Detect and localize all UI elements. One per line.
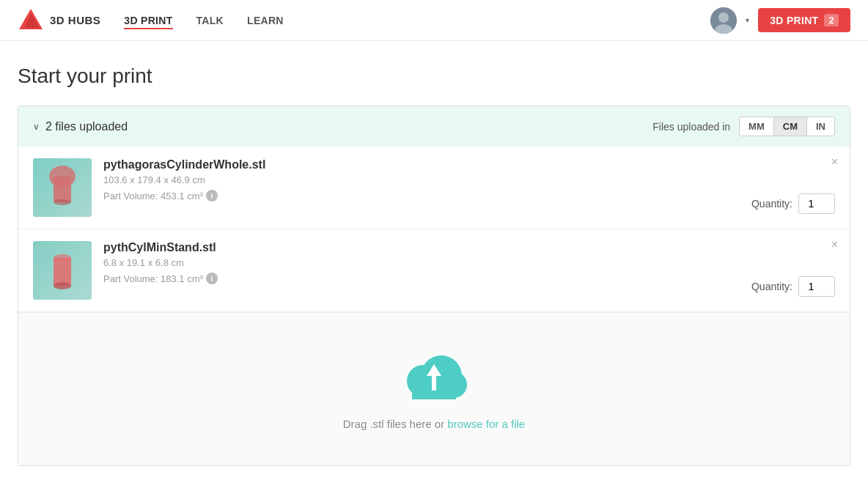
file-info-1: pythagorasCylinderWhole.stl 103.6 x 179.… <box>103 158 835 202</box>
quantity-label-1: Quantity: <box>751 198 792 210</box>
nav-item-talk[interactable]: TALK <box>196 12 224 29</box>
remove-file-2-button[interactable]: × <box>831 238 838 251</box>
svg-point-7 <box>54 199 71 205</box>
units-area: Files uploaded in MM CM IN <box>652 117 835 136</box>
logo-icon <box>18 7 44 34</box>
nav-item-learn[interactable]: LEARN <box>247 12 284 29</box>
file-info-2: pythCylMinStand.stl 6.8 x 19.1 x 6.8 cm … <box>103 241 835 284</box>
remove-file-1-button[interactable]: × <box>831 155 838 169</box>
logo-area[interactable]: 3D HUBS <box>18 7 100 34</box>
quantity-label-2: Quantity: <box>751 281 792 292</box>
quantity-area-2: Quantity: <box>751 276 835 297</box>
main-content: Start your print ∨ 2 files uploaded File… <box>0 41 868 489</box>
upload-text: Drag .stl files here or browse for a fil… <box>343 418 525 430</box>
header-right: ▾ 3D PRINT 2 <box>710 7 850 34</box>
volume-info-icon-1[interactable]: i <box>206 190 218 202</box>
main-nav: 3D PRINT TALK LEARN <box>124 12 710 29</box>
svg-rect-6 <box>54 177 71 202</box>
unit-in-button[interactable]: IN <box>807 117 834 136</box>
page-title: Start your print <box>18 64 850 88</box>
avatar[interactable] <box>710 7 737 34</box>
quantity-input-1[interactable] <box>798 193 835 214</box>
file-thumbnail-2 <box>33 241 92 300</box>
files-count: ∨ 2 files uploaded <box>33 120 128 133</box>
file-list: pythagorasCylinderWhole.stl 103.6 x 179.… <box>18 147 850 312</box>
file-volume-1: Part Volume: 453.1 cm³ i <box>103 190 835 202</box>
print-badge: 2 <box>824 14 839 26</box>
3d-print-button[interactable]: 3D PRINT 2 <box>758 8 850 32</box>
file-volume-2: Part Volume: 183.1 cm³ i <box>103 273 835 284</box>
file-dims-2: 6.8 x 19.1 x 6.8 cm <box>103 257 835 268</box>
avatar-image <box>710 7 737 34</box>
header: 3D HUBS 3D PRINT TALK LEARN ▾ 3D PRINT 2 <box>0 0 868 41</box>
file-item-2: pythCylMinStand.stl 6.8 x 19.1 x 6.8 cm … <box>18 229 850 312</box>
svg-rect-9 <box>54 258 71 286</box>
quantity-area-1: Quantity: <box>751 193 835 214</box>
units-label: Files uploaded in <box>652 121 730 133</box>
volume-info-icon-2[interactable]: i <box>206 273 218 284</box>
upload-icon <box>401 348 467 406</box>
logo-text: 3D HUBS <box>50 14 100 26</box>
file-name-2: pythCylMinStand.stl <box>103 241 835 254</box>
file-dims-1: 103.6 x 179.4 x 46.9 cm <box>103 174 835 185</box>
unit-cm-button[interactable]: CM <box>774 117 807 136</box>
nav-item-3dprint[interactable]: 3D PRINT <box>124 12 172 29</box>
files-header: ∨ 2 files uploaded Files uploaded in MM … <box>18 106 850 147</box>
file-thumbnail-1 <box>33 158 92 217</box>
browse-link[interactable]: browse for a file <box>447 418 525 430</box>
user-dropdown-arrow[interactable]: ▾ <box>746 16 749 24</box>
units-toggle: MM CM IN <box>739 117 835 136</box>
file-name-1: pythagorasCylinderWhole.stl <box>103 158 835 171</box>
file-item: pythagorasCylinderWhole.stl 103.6 x 179.… <box>18 147 850 229</box>
svg-point-10 <box>54 282 71 289</box>
collapse-chevron[interactable]: ∨ <box>33 122 40 132</box>
quantity-input-2[interactable] <box>798 276 835 297</box>
upload-area[interactable]: Drag .stl files here or browse for a fil… <box>18 312 850 465</box>
svg-point-3 <box>718 12 729 23</box>
unit-mm-button[interactable]: MM <box>740 117 774 136</box>
files-section: ∨ 2 files uploaded Files uploaded in MM … <box>18 106 850 466</box>
